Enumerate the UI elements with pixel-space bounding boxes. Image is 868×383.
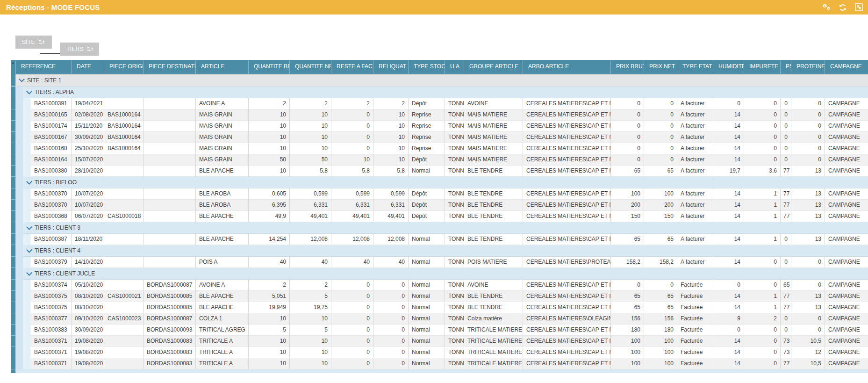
- cell-type_etat: A facturer: [677, 211, 713, 222]
- row-selector-cell[interactable]: [11, 98, 16, 109]
- column-header-type_etat[interactable]: TYPE ETAT: [677, 60, 713, 74]
- row-selector-cell[interactable]: [11, 291, 16, 302]
- column-header-campagne[interactable]: CAMPAGNE: [825, 60, 868, 74]
- table-row[interactable]: BAS100016730/09/2020BAS1000164MAIS GRAIN…: [11, 132, 868, 143]
- table-row[interactable]: BAS100039119/04/2021AVOINE A2222DépôtTON…: [11, 98, 868, 109]
- column-header-article[interactable]: ARTICLE: [196, 60, 249, 74]
- column-header-prix_brut[interactable]: PRIX BRUT: [611, 60, 644, 74]
- cell-piece_destination: BORDAS1000085: [143, 302, 196, 313]
- row-selector-cell[interactable]: [11, 302, 16, 313]
- group-band-tiers[interactable]: TIERS : BIELOO: [23, 177, 868, 188]
- group-band-tiers[interactable]: TIERS : CLIENT 3: [23, 222, 868, 234]
- gears-icon[interactable]: [822, 3, 832, 12]
- group-row-tiers[interactable]: TIERS : BIELOO: [11, 177, 868, 188]
- cell-arbo_article: CEREALES MATIERES\CAP ET MA: [523, 336, 611, 347]
- row-selector-cell[interactable]: [11, 87, 16, 98]
- row-selector-cell[interactable]: [11, 313, 16, 325]
- column-header-type_stockage[interactable]: TYPE STOCKAGE: [409, 60, 445, 74]
- column-header-piece_destination[interactable]: PIECE DESTINATION: [143, 60, 196, 74]
- table-row[interactable]: BAS100038718/11/2020BLE APACHE14,25412,0…: [11, 234, 868, 245]
- group-band-tiers[interactable]: TIERS : CLIENT JUCLE: [23, 268, 868, 280]
- table-row[interactable]: BAS100038028/10/2020BLE APACHE105,85,85,…: [11, 166, 868, 177]
- cell-article: BLE AROBA: [196, 188, 249, 200]
- cell-arbo_article: CEREALES MATIERES\CAP ET MA: [523, 302, 611, 313]
- row-selector-cell[interactable]: [11, 188, 16, 200]
- column-header-reste_a_facturer[interactable]: RESTE A FACTURER: [331, 60, 373, 74]
- row-selector-cell[interactable]: [11, 74, 16, 86]
- group-row-site[interactable]: SITE : SITE 1: [11, 74, 868, 87]
- column-header-ps[interactable]: PS: [781, 60, 791, 74]
- cell-campagne: CAMPAGNE: [825, 257, 868, 268]
- row-selector-cell[interactable]: [11, 257, 16, 268]
- column-header-prix_net[interactable]: PRIX NET: [644, 60, 677, 74]
- row-selector-cell[interactable]: [11, 211, 16, 222]
- table-row[interactable]: BAS100037119/08/2020BORDAS1000083TRITICA…: [11, 358, 868, 369]
- table-row[interactable]: BAS100037010/07/2020BLE AROBA6,3956,3316…: [11, 200, 868, 211]
- table-row[interactable]: BAS100038330/09/2020BORDAS1000093TRITICA…: [11, 325, 868, 336]
- table-row[interactable]: BAS100017415/11/2020BAS1000164MAIS GRAIN…: [11, 121, 868, 132]
- row-selector-cell[interactable]: [11, 222, 16, 234]
- cell-reference: BAS1000391: [31, 98, 72, 109]
- cell-groupe_article: MAIS MATIERE: [464, 132, 523, 143]
- group-band-tiers[interactable]: TIERS : CLIENT 4: [23, 245, 868, 257]
- cell-type_stockage: Normal: [409, 302, 445, 313]
- column-header-date[interactable]: DATE: [72, 60, 104, 74]
- column-header-piece_origine[interactable]: PIECE ORIGINE: [104, 60, 143, 74]
- row-selector-cell[interactable]: [11, 234, 16, 245]
- row-selector-cell[interactable]: [11, 154, 16, 166]
- table-row[interactable]: BAS100037914/10/2020POIS A40404040Normal…: [11, 257, 868, 268]
- group-row-tiers[interactable]: TIERS : CLIENT 4: [11, 245, 868, 257]
- row-selector-cell[interactable]: [11, 280, 16, 291]
- group-row-tiers[interactable]: TIERS : ALPHA: [11, 87, 868, 98]
- group-band-tiers[interactable]: TIERS : ALPHA: [23, 87, 868, 98]
- row-selector-cell[interactable]: [11, 347, 16, 358]
- table-row[interactable]: BAS100037119/08/2020BORDAS1000083TRITICA…: [11, 347, 868, 358]
- cell-campagne: CAMPAGNE: [825, 234, 868, 245]
- row-selector-cell[interactable]: [11, 177, 16, 188]
- group-chip-site[interactable]: SITE: [15, 36, 52, 49]
- table-row[interactable]: BAS100037119/08/2020BORDAS1000083TRITICA…: [11, 336, 868, 347]
- group-band-site[interactable]: SITE : SITE 1: [16, 74, 868, 86]
- refresh-icon[interactable]: [838, 3, 847, 12]
- table-row[interactable]: BAS100037508/10/2020CAS1000021BORDAS1000…: [11, 291, 868, 302]
- column-header-impurete[interactable]: IMPURETE: [744, 60, 781, 74]
- row-selector-cell[interactable]: [11, 268, 16, 280]
- group-row-tiers[interactable]: TIERS : CLIENT JUCLE: [11, 268, 868, 280]
- column-header-arbo_article[interactable]: ARBO ARTICLE: [523, 60, 611, 74]
- table-row[interactable]: BAS100037508/10/2020BORDAS1000085BLE APA…: [11, 302, 868, 313]
- cell-groupe_article: AVOINE: [464, 98, 523, 109]
- select-all-cell[interactable]: [11, 60, 16, 74]
- table-row[interactable]: BAS100036806/07/2020CAS1000018BLE APACHE…: [11, 211, 868, 222]
- column-header-ua[interactable]: U.A: [445, 60, 464, 74]
- table-row[interactable]: BAS100016415/07/2020MAIS GRAIN50501010Dé…: [11, 154, 868, 166]
- table-row[interactable]: BAS100037709/10/2020CAS1000023BORDAS1000…: [11, 313, 868, 325]
- column-header-proteine[interactable]: PROTEINE: [791, 60, 825, 74]
- column-header-groupe_article[interactable]: GROUPE ARTICLE: [464, 60, 523, 74]
- row-selector-cell[interactable]: [11, 200, 16, 211]
- restore-icon[interactable]: [854, 3, 863, 12]
- group-row-tiers[interactable]: TIERS : CLIENT 3: [11, 222, 868, 234]
- table-row[interactable]: BAS100016502/08/2020BAS1000164MAIS GRAIN…: [11, 109, 868, 121]
- cell-type_stockage: Normal: [409, 234, 445, 245]
- column-header-reliquat[interactable]: RELIQUAT: [373, 60, 409, 74]
- cell-prix_brut: 65: [611, 291, 644, 302]
- column-header-quantite_brute[interactable]: QUANTITE BRUTE: [249, 60, 290, 74]
- table-row[interactable]: BAS100016825/10/2020BAS1000164MAIS GRAIN…: [11, 143, 868, 154]
- row-selector-cell[interactable]: [11, 336, 16, 347]
- row-selector-cell[interactable]: [11, 143, 16, 154]
- row-selector-cell[interactable]: [11, 369, 16, 373]
- table-row[interactable]: BAS100037405/10/2020BORDAS1000087AVOINE …: [11, 280, 868, 291]
- row-selector-cell[interactable]: [11, 245, 16, 257]
- row-selector-cell[interactable]: [11, 132, 16, 143]
- column-header-reference[interactable]: REFERENCE: [16, 60, 72, 74]
- column-header-humidite[interactable]: HUMIDITE: [713, 60, 744, 74]
- row-selector-cell[interactable]: [11, 358, 16, 369]
- row-selector-cell[interactable]: [11, 121, 16, 132]
- row-selector-cell[interactable]: [11, 325, 16, 336]
- column-header-quantite_nette[interactable]: QUANTITE NETTE: [290, 60, 331, 74]
- row-selector-cell[interactable]: [11, 166, 16, 177]
- table-row[interactable]: BAS100037010/07/2020BLE AROBA0,6050,5990…: [11, 188, 868, 200]
- cell-type_etat: Facturée: [677, 302, 713, 313]
- group-chip-tiers[interactable]: TIERS: [60, 43, 99, 56]
- row-selector-cell[interactable]: [11, 109, 16, 121]
